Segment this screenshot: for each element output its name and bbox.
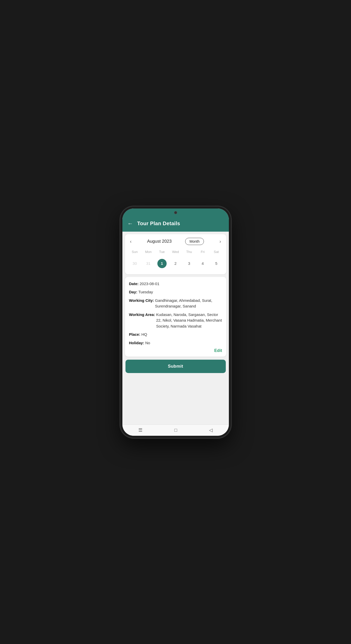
holiday-label: Holiday: <box>129 340 144 346</box>
details-card: Date: 2023-08-01 Day: Tuesday Working Ci… <box>125 277 226 357</box>
place-value: HQ <box>141 332 147 338</box>
day-label: Day: <box>129 289 138 295</box>
cal-day-5[interactable]: 5 <box>210 257 223 270</box>
place-label: Place: <box>129 332 140 338</box>
day-header-wed: Wed <box>169 249 182 255</box>
day-header-fri: Fri <box>196 249 210 255</box>
phone-frame: ← Tour Plan Details ‹ August 2023 Month … <box>120 206 231 438</box>
day-value: Tuesday <box>138 289 153 295</box>
calendar-nav: ‹ August 2023 Month › <box>128 238 223 245</box>
back-nav-icon[interactable]: ◁ <box>209 427 213 433</box>
prev-month-button[interactable]: ‹ <box>128 238 134 245</box>
calendar-container: ‹ August 2023 Month › Sun Mon Tue Wed Th… <box>125 234 226 274</box>
day-header-tue: Tue <box>155 249 169 255</box>
holiday-row: Holiday: No <box>129 340 222 346</box>
city-value: Gandhinagar, Ahmedabad, Surat, Surendran… <box>155 298 222 309</box>
phone-screen: ← Tour Plan Details ‹ August 2023 Month … <box>122 208 229 436</box>
main-content: ‹ August 2023 Month › Sun Mon Tue Wed Th… <box>122 232 229 424</box>
day-header-thu: Thu <box>182 249 196 255</box>
next-month-button[interactable]: › <box>217 238 223 245</box>
date-label: Date: <box>129 281 139 287</box>
month-view-button[interactable]: Month <box>185 238 204 245</box>
day-row: Day: Tuesday <box>129 289 222 295</box>
area-value: Kudasan, Naroda, Sargasan, Sector 22, Ni… <box>156 312 222 329</box>
edit-row: Edit <box>129 348 222 353</box>
home-icon[interactable]: □ <box>174 428 177 433</box>
day-header-mon: Mon <box>141 249 155 255</box>
cal-day-2[interactable]: 2 <box>169 257 182 270</box>
cal-day-31[interactable]: 31 <box>141 257 155 270</box>
submit-button[interactable]: Submit <box>125 360 226 373</box>
holiday-value: No <box>145 340 150 346</box>
submit-area: Submit <box>122 357 229 376</box>
back-button[interactable]: ← <box>128 220 133 227</box>
edit-button[interactable]: Edit <box>214 348 222 353</box>
menu-icon[interactable]: ☰ <box>138 427 142 433</box>
city-row: Working City: Gandhinagar, Ahmedabad, Su… <box>129 298 222 309</box>
camera-dot <box>174 211 177 214</box>
cal-day-1-selected[interactable]: 1 <box>155 257 169 270</box>
status-bar <box>122 208 229 217</box>
month-year-label: August 2023 <box>147 239 172 244</box>
app-header: ← Tour Plan Details <box>122 217 229 232</box>
calendar-grid: 30 31 1 2 3 4 <box>128 257 223 270</box>
area-label: Working Area: <box>129 312 155 329</box>
cal-day-30[interactable]: 30 <box>128 257 142 270</box>
calendar-days-header: Sun Mon Tue Wed Thu Fri Sat <box>128 249 223 255</box>
place-row: Place: HQ <box>129 332 222 338</box>
city-label: Working City: <box>129 298 154 309</box>
bottom-nav-bar: ☰ □ ◁ <box>122 424 229 436</box>
date-row: Date: 2023-08-01 <box>129 281 222 287</box>
page-title: Tour Plan Details <box>137 221 180 226</box>
day-header-sun: Sun <box>128 249 142 255</box>
cal-day-3[interactable]: 3 <box>182 257 196 270</box>
date-value: 2023-08-01 <box>140 281 159 287</box>
day-header-sat: Sat <box>210 249 223 255</box>
cal-day-4[interactable]: 4 <box>196 257 210 270</box>
area-row: Working Area: Kudasan, Naroda, Sargasan,… <box>129 312 222 329</box>
